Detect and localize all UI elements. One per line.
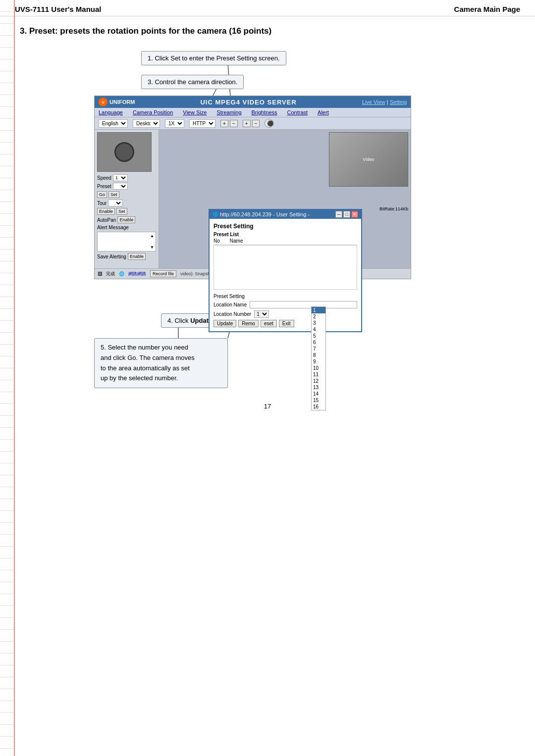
alert-btn[interactable]: ⚫ (265, 119, 273, 128)
preset-form-section-label: Preset Setting (214, 294, 357, 299)
location-name-input[interactable] (250, 301, 357, 308)
dropdown-option-5[interactable]: 5 (312, 333, 325, 339)
speed-field: Speed 1 (97, 174, 156, 181)
nav-view-size[interactable]: View Size (183, 109, 207, 115)
preset-list-title: Preset List (214, 232, 357, 237)
remove-button[interactable]: Remo (238, 320, 259, 327)
nav-language[interactable]: Language (99, 109, 123, 115)
tour-select[interactable] (108, 200, 123, 206)
dropdown-option-16[interactable]: 16 (312, 403, 325, 410)
nav-streaming[interactable]: Streaming (216, 109, 241, 115)
alert-msg-label: Alert Message (97, 225, 129, 230)
streaming-control: HTTP (189, 119, 215, 128)
set-button[interactable]: Set (108, 191, 119, 198)
save-alerting-field: Save Alerting Enable (97, 253, 156, 260)
streaming-select[interactable]: HTTP (189, 119, 215, 128)
dialog-url-text: http://60.248.204.239 - User Setting - (220, 211, 335, 217)
camera-body: Speed 1 Preset Go Set Tour (95, 130, 411, 268)
dialog-maximize-btn[interactable]: □ (343, 211, 350, 218)
dropdown-option-1[interactable]: 1 (312, 307, 325, 313)
page-header: UVS-7111 User's Manual Camera Main Page (0, 0, 535, 16)
dropdown-option-14[interactable]: 14 (312, 391, 325, 397)
preset-dialog: 🌐 http://60.248.204.239 - User Setting -… (209, 209, 362, 332)
language-control: English (99, 119, 128, 128)
step4-prefix: 4. Click (167, 317, 190, 324)
tour-enable-btn[interactable]: Enable (97, 208, 115, 215)
main-content: 3. Preset: presets the rotation points f… (0, 16, 535, 430)
step2-callout: 3. Control the camera direction. (141, 75, 244, 89)
contrast-plus-btn[interactable]: + (243, 120, 251, 127)
dropdown-option-4[interactable]: 4 (312, 326, 325, 333)
dropdown-option-11[interactable]: 11 (312, 371, 325, 378)
camera-video: Video (329, 132, 408, 187)
contrast-minus-btn[interactable]: − (252, 120, 260, 127)
dialog-minimize-btn[interactable]: ─ (335, 211, 342, 218)
camera-nav: Language Camera Position View Size Strea… (95, 108, 411, 117)
dropdown-option-12[interactable]: 12 (312, 378, 325, 384)
speed-select[interactable]: 1 (113, 174, 128, 181)
number-dropdown[interactable]: 1 2 3 4 5 6 7 8 9 10 11 12 13 14 (311, 306, 326, 410)
nav-contrast[interactable]: Contrast (287, 109, 308, 115)
nav-camera-position[interactable]: Camera Position (133, 109, 173, 115)
dropdown-option-7[interactable]: 7 (312, 346, 325, 352)
dropdown-option-13[interactable]: 13 (312, 384, 325, 391)
location-number-select[interactable]: 1 (254, 310, 269, 318)
update-button[interactable]: Update (214, 320, 236, 327)
dropdown-option-3[interactable]: 3 (312, 320, 325, 326)
preset-select[interactable] (113, 183, 128, 190)
dropdown-option-9[interactable]: 9 (312, 358, 325, 365)
step5-callout: 5. Select the number you need and click … (94, 338, 228, 388)
preset-action-buttons: Update Remo eset Exit (214, 320, 357, 327)
manual-title: UVS-7111 User's Manual (15, 5, 101, 13)
camera-title: UIC MPEG4 VIDEO SERVER (200, 99, 296, 106)
go-set-field: Go Set (97, 191, 156, 198)
alert-msg-field: Alert Message (97, 225, 156, 230)
dropdown-option-8[interactable]: 8 (312, 352, 325, 358)
preset-field: Preset (97, 183, 156, 190)
dialog-close-btn[interactable]: ✕ (351, 211, 358, 218)
autopan-field: AutoPan Enable (97, 216, 156, 223)
chinese-complete-text: 🖼 (98, 271, 102, 276)
camera-ui: U UNIFORM UIC MPEG4 VIDEO SERVER Live Vi… (94, 96, 411, 279)
section-title: 3. Preset: presets the rotation points f… (20, 26, 515, 36)
camera-header-links: Live View | Setting (362, 99, 407, 105)
nav-alert[interactable]: Alert (318, 109, 329, 115)
record-btn[interactable]: Record file (150, 270, 176, 277)
speed-label: Speed (97, 175, 111, 181)
exit-button[interactable]: Exit (279, 320, 294, 327)
location-name-label: Location Name (214, 302, 247, 307)
brightness-minus-btn[interactable]: − (230, 120, 238, 127)
save-alerting-label: Save Alerting (97, 254, 126, 259)
location-number-label: Location Number (214, 311, 251, 317)
preset-list-area[interactable] (214, 245, 357, 290)
dropdown-option-2[interactable]: 2 (312, 313, 325, 320)
position-select[interactable]: Desktop (133, 119, 160, 128)
autopan-label: AutoPan (97, 217, 116, 223)
save-alerting-enable-btn[interactable]: Enable (128, 253, 146, 260)
dropdown-option-15[interactable]: 15 (312, 397, 325, 403)
viewsize-select[interactable]: 1X (165, 119, 184, 128)
tour-set-btn[interactable]: Set (116, 208, 127, 215)
alert-control: ⚫ (265, 119, 273, 128)
reset-button[interactable]: eset (261, 320, 277, 327)
autopan-enable-btn[interactable]: Enable (117, 216, 135, 223)
contrast-control: + − (243, 120, 260, 127)
tour-enable-field: Enable Set (97, 208, 156, 215)
logo-icon: U (99, 98, 107, 106)
nav-brightness[interactable]: Brightness (252, 109, 277, 115)
preset-label: Preset (97, 184, 111, 189)
step5-line1: 5. Select the number you need (101, 343, 221, 353)
header-no: No (214, 238, 220, 244)
go-button[interactable]: Go (97, 191, 107, 198)
language-select[interactable]: English (99, 119, 128, 128)
chapter-title: Camera Main Page (454, 5, 520, 13)
network-text: 🌐 (119, 271, 124, 276)
brightness-control: + − (220, 120, 238, 127)
step1-callout: 1. Click Set to enter the Preset Setting… (141, 51, 286, 65)
page-number: 17 (20, 403, 515, 420)
header-name: Name (230, 238, 243, 244)
brightness-plus-btn[interactable]: + (220, 120, 228, 127)
dropdown-option-10[interactable]: 10 (312, 365, 325, 371)
dropdown-option-6[interactable]: 6 (312, 339, 325, 346)
camera-logo: U UNIFORM (99, 98, 135, 106)
